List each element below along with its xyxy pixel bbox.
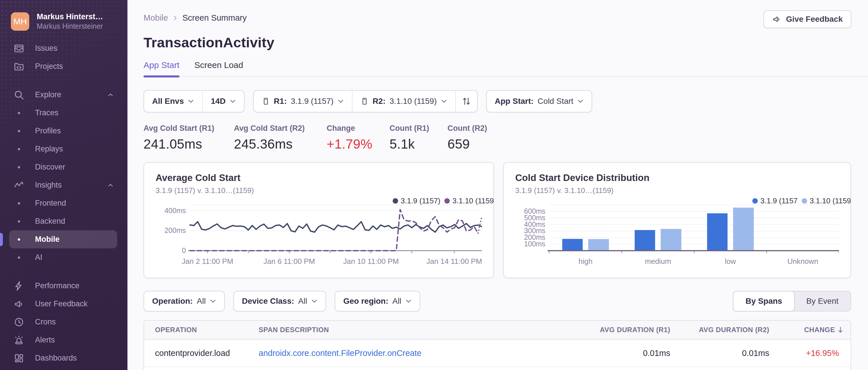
filter-bar-top: All Envs 14D R1: 3.1.9 (1157) R2: xyxy=(144,90,851,112)
user-menu[interactable]: MH Markus Hinterst… Markus Hintersteiner xyxy=(0,0,127,39)
env-filter[interactable]: All Envs xyxy=(144,91,202,112)
sidebar-item-discover[interactable]: Discover xyxy=(9,158,117,176)
sidebar-item-profiles[interactable]: Profiles xyxy=(9,122,117,140)
release1-filter[interactable]: R1: 3.1.9 (1157) xyxy=(254,91,352,112)
sidebar-item-mobile[interactable]: Mobile xyxy=(9,230,117,248)
bullet-icon xyxy=(13,166,25,168)
col-change[interactable]: CHANGE xyxy=(781,326,850,334)
tab-app-start[interactable]: App Start xyxy=(144,60,179,76)
sidebar-item-label: Traces xyxy=(35,108,114,117)
breadcrumb-current: Screen Summary xyxy=(182,13,247,23)
col-change-label: CHANGE xyxy=(804,326,835,334)
sidebar-item-label: Alerts xyxy=(35,336,114,344)
cell-avg-duration-r2: 0.01ms xyxy=(682,348,781,358)
chevron-down-icon xyxy=(188,99,194,103)
breadcrumb-mobile[interactable]: Mobile xyxy=(144,13,168,23)
bullet-icon xyxy=(13,238,25,241)
bar-chart[interactable]: 600ms500ms400ms300ms200ms100mshighmedium… xyxy=(515,202,839,274)
release2-label: R2: xyxy=(373,97,385,106)
search-icon xyxy=(13,89,25,101)
legend-label: 3.1.10 (1159 xyxy=(453,197,494,205)
date-range-filter[interactable]: 14D xyxy=(202,91,244,112)
col-operation[interactable]: OPERATION xyxy=(144,326,248,334)
sidebar-item-dashboards[interactable]: Dashboards xyxy=(9,349,117,367)
metric-label: Count (R2) xyxy=(447,124,487,133)
sidebar-item-performance[interactable]: Performance xyxy=(9,277,117,295)
folder-code-icon xyxy=(13,61,25,72)
geo-region-filter[interactable]: Geo region: All xyxy=(335,292,420,311)
release2-filter[interactable]: R2: 3.1.10 (1159) xyxy=(352,91,455,112)
metric-value: 241.05ms xyxy=(144,136,234,152)
metric-value: 659 xyxy=(447,136,487,152)
sidebar-item-explore[interactable]: Explore xyxy=(9,86,117,104)
sidebar-item-frontend[interactable]: Frontend xyxy=(9,194,117,212)
chart-legend: 3.1.9 (1157)3.1.10 (1159 xyxy=(393,197,494,205)
toggle-by-event[interactable]: By Event xyxy=(794,292,850,311)
sidebar-item-traces[interactable]: Traces xyxy=(9,104,117,122)
tab-bar: App Start Screen Load xyxy=(144,60,868,77)
cell-operation: contentprovider.load xyxy=(144,348,248,358)
app-start-type-filter[interactable]: App Start: Cold Start xyxy=(487,91,592,112)
legend-item[interactable]: 3.1.9 (1157) xyxy=(393,197,440,205)
col-span-description[interactable]: SPAN DESCRIPTION xyxy=(248,326,587,334)
sidebar-item-ai[interactable]: AI xyxy=(9,248,117,266)
metric-label: Avg Cold Start (R1) xyxy=(144,124,234,133)
col-avg-duration-r2[interactable]: AVG DURATION (R2) xyxy=(682,326,781,334)
legend-label: 3.1.9 (1157) xyxy=(401,197,440,205)
metric-value: 245.36ms xyxy=(234,136,327,152)
line-chart[interactable]: 400ms200ms0Jan 2 11:00 PMJan 6 11:00 PMJ… xyxy=(156,202,482,274)
sidebar-item-releases[interactable]: Releases xyxy=(9,367,117,370)
cell-span-description[interactable]: androidx.core.content.FileProvider.onCre… xyxy=(248,348,587,358)
legend-item[interactable]: 3.1.9 (1157 xyxy=(752,197,798,205)
siren-icon xyxy=(13,334,25,346)
swap-releases-button[interactable] xyxy=(455,91,477,112)
chart-subtitle: 3.1.9 (1157) v. 3.1.10…(1159) xyxy=(515,186,839,195)
legend-label: 3.1.9 (1157 xyxy=(761,197,798,205)
sidebar-item-replays[interactable]: Replays xyxy=(9,140,117,158)
metric-value: +1.79% xyxy=(327,136,390,152)
avatar: MH xyxy=(11,12,29,31)
sidebar-item-crons[interactable]: Crons xyxy=(9,313,117,331)
sidebar-item-label: User Feedback xyxy=(35,299,114,308)
cell-change: +16.95% xyxy=(781,348,850,358)
legend-item[interactable]: 3.1.10 (1159 xyxy=(802,197,851,205)
sidebar-item-label: Crons xyxy=(35,317,114,327)
give-feedback-label: Give Feedback xyxy=(786,14,843,24)
chart-title: Average Cold Start xyxy=(156,172,482,183)
legend-dot-icon xyxy=(393,198,398,204)
tab-screen-load[interactable]: Screen Load xyxy=(194,60,243,76)
sidebar-item-issues[interactable]: Issues xyxy=(9,39,117,57)
svg-text:0: 0 xyxy=(182,246,186,255)
user-name: Markus Hinterst… xyxy=(37,12,103,22)
toggle-by-spans[interactable]: By Spans xyxy=(733,291,795,311)
metric-count-r1-: Count (R1)5.1k xyxy=(390,124,447,152)
sidebar-item-projects[interactable]: Projects xyxy=(9,57,117,75)
sort-desc-icon xyxy=(837,327,844,333)
sidebar-item-label: Explore xyxy=(35,90,107,99)
pulse-icon xyxy=(13,179,25,191)
page-title: TransactionActivity xyxy=(144,34,851,51)
bullet-icon xyxy=(13,220,25,223)
operation-filter[interactable]: Operation: All xyxy=(144,292,224,311)
sidebar-item-user-feedback[interactable]: User Feedback xyxy=(9,295,117,313)
device-class-filter[interactable]: Device Class: All xyxy=(234,292,326,311)
table-row-partial xyxy=(144,367,850,370)
give-feedback-button[interactable]: Give Feedback xyxy=(764,10,851,28)
sidebar-item-backend[interactable]: Backend xyxy=(9,212,117,230)
chevron-up-icon xyxy=(107,181,114,189)
metrics-row: Avg Cold Start (R1)241.05msAvg Cold Star… xyxy=(144,124,851,152)
col-avg-duration-r1[interactable]: AVG DURATION (R1) xyxy=(587,326,682,334)
metric-value: 5.1k xyxy=(390,136,447,152)
sidebar-item-label: Replays xyxy=(35,144,114,154)
sidebar-item-label: Mobile xyxy=(35,235,114,244)
sidebar-item-alerts[interactable]: Alerts xyxy=(9,331,117,349)
release1-value: 3.1.9 (1157) xyxy=(291,97,334,106)
view-toggle: By Spans By Event xyxy=(733,291,851,311)
legend-dot-icon xyxy=(752,198,758,204)
legend-item[interactable]: 3.1.10 (1159 xyxy=(444,197,494,205)
geo-region-filter-value: All xyxy=(392,297,401,306)
sidebar-item-insights[interactable]: Insights xyxy=(9,176,117,194)
spans-table: OPERATION SPAN DESCRIPTION AVG DURATION … xyxy=(144,320,851,370)
sidebar-item-label: Discover xyxy=(35,163,114,171)
avg-cold-start-chart-card: Average Cold Start 3.1.9 (1157) v. 3.1.1… xyxy=(144,162,494,278)
